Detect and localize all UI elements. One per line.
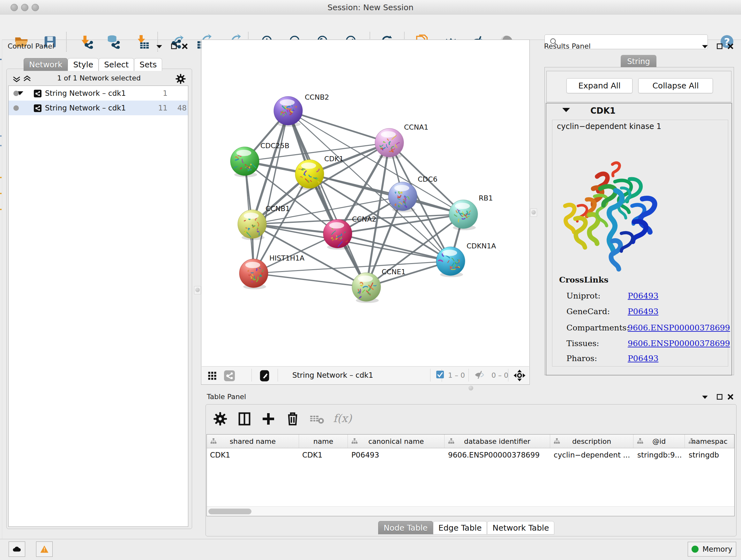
network-node-label: CDC6 [418,175,437,183]
import-network-database-icon[interactable] [106,35,121,49]
network-node[interactable] [352,273,381,303]
gene-name: CDK1 [590,106,616,116]
network-canvas[interactable]: CCNB2CCNA1CDC25BCDK1CDC6RB1CCNB1CCNA2CDK… [202,40,529,366]
network-tree-label: String Network – cdk1 [45,104,126,112]
table-row-cells: CDK1CDK1P064939606.ENSP00000378699cyclin… [207,448,735,462]
gear-icon[interactable] [175,73,186,84]
network-node[interactable] [295,160,324,190]
table-cell: CDK1 [299,448,348,462]
crosslink-label: Compartments: [566,323,629,332]
results-panel-menu-icon[interactable] [700,42,710,51]
control-panel-tab[interactable]: Style [68,58,98,71]
import-network-icon[interactable] [79,35,94,49]
table-tab[interactable]: Node Table [378,521,433,535]
reset-columns-icon[interactable] [309,411,324,427]
shared-column-icon [636,438,644,445]
table-column-header[interactable]: description [550,435,634,448]
control-panel-close-icon[interactable] [180,42,190,51]
table-cell: cyclin−dependent ... [550,448,634,462]
memory-status-button[interactable]: Memory [688,542,736,557]
network-tree-row[interactable]: String Network – cdk1 11 48 [9,101,188,115]
results-panel-close-icon[interactable] [726,42,735,51]
collapse-all-chevron-icon[interactable] [12,74,21,84]
table-row[interactable]: CDK1CDK1P064939606.ENSP00000378699cyclin… [207,448,734,462]
table-column-header[interactable]: @id [633,435,685,448]
hidden-nodes-eye-slash-icon[interactable] [474,370,484,380]
collapse-all-button[interactable]: Collapse All [638,78,713,93]
network-node-label: CDK1 [324,155,344,163]
table-column-header[interactable]: database identifier [445,435,550,448]
table-tab[interactable]: Edge Table [433,521,487,535]
results-panel-float-icon[interactable] [715,42,724,51]
selected-nodes-count: 1 – 0 [448,371,465,379]
shared-column-icon [210,438,217,445]
network-node-label: CCNA1 [404,123,428,131]
selected-nodes-checkbox[interactable] [436,370,444,379]
network-node[interactable] [436,247,465,277]
expand-all-chevron-icon[interactable] [22,74,32,84]
crosslink-link[interactable]: 9606.ENSP00000378699 [628,339,730,348]
network-node-label: CCNB1 [266,205,290,212]
crosslink-row: Compartments: 9606.ENSP00000378699 [566,323,729,339]
crosslink-link[interactable]: P06493 [628,291,658,300]
shared-column-icon [448,438,455,445]
crosslink-label: Tissues: [566,339,599,348]
scrollbar-thumb[interactable] [208,509,252,514]
function-builder-label[interactable]: f(x) [333,412,352,425]
warning-status-button[interactable] [36,542,53,557]
control-panel-menu-icon[interactable] [154,42,164,51]
crosslink-row: Pharos: P06493 [566,354,729,369]
network-node[interactable] [239,259,268,289]
network-tree-row[interactable]: String Network – cdk1 1 [9,86,188,101]
control-panel-tab[interactable]: Network [23,58,68,71]
table-cell: P06493 [348,448,445,462]
network-nodes [230,97,478,303]
crosslink-link[interactable]: P06493 [628,307,658,316]
network-node[interactable] [375,128,404,159]
shared-column-icon [553,438,560,445]
control-panel-tab[interactable]: Sets [134,58,162,71]
network-view-title: String Network – cdk1 [292,371,373,379]
fit-content-crosshair-icon[interactable] [513,369,526,382]
table-cell: stringdb [685,448,735,462]
network-node[interactable] [230,147,259,177]
network-view-mode-icon[interactable] [224,370,235,381]
node-table[interactable]: shared name name canonical name database… [206,434,735,516]
table-column-header[interactable]: canonical name [348,435,445,448]
gene-collapse-triangle-icon[interactable] [562,108,570,112]
delete-column-trash-icon[interactable] [285,411,300,427]
network-node[interactable] [449,200,478,230]
left-edge-strip [0,40,2,539]
cloud-status-button[interactable] [9,542,25,557]
table-panel-close-icon[interactable] [726,392,735,401]
table-tab[interactable]: Network Table [487,521,554,535]
toolbar-separator [278,369,278,381]
main-toolbar: ? [0,15,741,40]
show-columns-icon[interactable] [237,411,252,427]
table-panel-title: Table Panel [207,393,246,401]
crosslink-link[interactable]: P06493 [628,354,658,363]
table-column-header[interactable]: shared name [207,435,299,448]
detach-view-icon[interactable] [259,370,271,382]
expand-all-button[interactable]: Expand All [566,78,632,93]
grid-view-icon[interactable] [207,371,217,381]
table-column-header[interactable]: namespac [685,435,734,448]
crosslink-label: Pharos: [566,354,597,363]
network-edge [288,111,389,143]
left-splitter-handle[interactable] [194,286,201,294]
control-panel-float-icon[interactable] [169,42,179,51]
add-column-icon[interactable] [261,411,276,427]
import-table-icon[interactable] [135,35,150,49]
table-settings-gear-icon[interactable] [212,411,228,427]
bottom-splitter-handle[interactable] [467,385,474,391]
table-panel-menu-icon[interactable] [700,392,710,401]
table-cell: 9606.ENSP00000378699 [445,448,550,462]
table-panel-float-icon[interactable] [715,392,724,401]
crosslink-row: Uniprot: P06493 [566,291,729,307]
table-column-header[interactable]: name [299,435,348,448]
tab-string[interactable]: String [621,55,657,68]
crosslink-link[interactable]: 9606.ENSP00000378699 [628,323,730,332]
control-panel-tab[interactable]: Select [98,58,134,71]
table-horizontal-scrollbar[interactable] [207,506,734,516]
right-splitter-handle[interactable] [530,208,537,217]
